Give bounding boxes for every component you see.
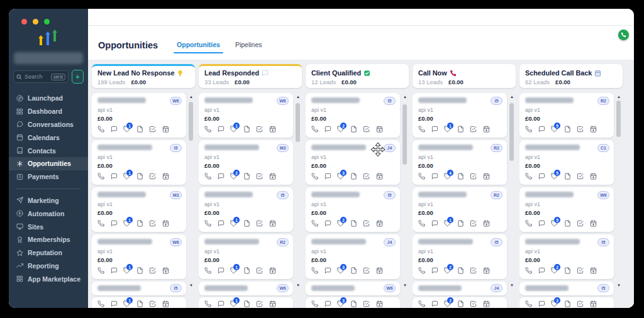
- tag-icon[interactable]: 2: [337, 220, 344, 227]
- file-icon[interactable]: [136, 300, 143, 307]
- sidebar-item-automation[interactable]: Automation: [9, 207, 88, 220]
- column-scrollbar[interactable]: [402, 104, 407, 165]
- calendar-icon[interactable]: [483, 126, 490, 133]
- calendar-icon[interactable]: [590, 300, 597, 307]
- file-icon[interactable]: [457, 173, 464, 180]
- phone-icon[interactable]: [525, 126, 532, 133]
- chat-icon[interactable]: [325, 267, 331, 274]
- sidebar-item-calendars[interactable]: Calendars: [9, 131, 88, 144]
- task-icon[interactable]: [363, 173, 370, 180]
- opportunity-card-partial[interactable]: I5: [519, 282, 614, 295]
- file-icon[interactable]: [243, 126, 250, 133]
- task-icon[interactable]: [470, 126, 477, 133]
- tag-icon[interactable]: 2: [551, 267, 558, 274]
- chat-icon[interactable]: [431, 267, 438, 274]
- phone-icon[interactable]: [97, 267, 104, 274]
- scroll-up-arrow[interactable]: ▲: [295, 94, 301, 99]
- calendar-icon[interactable]: [483, 267, 490, 274]
- calendar-icon[interactable]: [376, 300, 383, 307]
- phone-icon[interactable]: [311, 126, 318, 133]
- tag-icon[interactable]: 1: [230, 300, 237, 307]
- sidebar-item-memberships[interactable]: Memberships: [9, 233, 88, 246]
- phone-icon[interactable]: [525, 220, 532, 227]
- chat-icon[interactable]: [111, 173, 118, 180]
- scroll-down-arrow[interactable]: ▼: [295, 283, 301, 288]
- scroll-up-arrow[interactable]: ▲: [509, 94, 515, 99]
- chat-icon[interactable]: [538, 267, 545, 274]
- sidebar-item-reporting[interactable]: Reporting: [9, 260, 88, 273]
- file-icon[interactable]: [136, 267, 143, 274]
- phone-icon[interactable]: [418, 220, 425, 227]
- phone-icon[interactable]: [204, 126, 211, 133]
- opportunity-card[interactable]: I5api v1£0.001: [92, 140, 186, 185]
- sidebar-item-opportunities[interactable]: Opportunities: [9, 157, 88, 170]
- tag-icon[interactable]: 1: [123, 267, 130, 274]
- chat-icon[interactable]: [325, 220, 331, 227]
- opportunity-card[interactable]: I5api v1£0.001: [199, 187, 293, 232]
- task-icon[interactable]: [256, 220, 263, 227]
- tag-icon[interactable]: 1: [123, 126, 130, 133]
- minimize-window-button[interactable]: [33, 19, 38, 25]
- file-icon[interactable]: [136, 126, 143, 133]
- tag-icon[interactable]: 2: [444, 300, 451, 307]
- scroll-down-arrow[interactable]: ▼: [509, 283, 515, 288]
- sidebar-item-marketing[interactable]: Marketing: [9, 194, 88, 207]
- chat-icon[interactable]: [111, 220, 118, 227]
- task-icon[interactable]: [363, 300, 370, 307]
- file-icon[interactable]: [243, 220, 250, 227]
- tag-icon[interactable]: 2: [230, 173, 237, 180]
- opportunity-card[interactable]: W6api v1£0.001: [199, 93, 293, 138]
- opportunity-card[interactable]: I5api v1£0.002: [519, 234, 614, 279]
- column-scrollbar[interactable]: [296, 103, 300, 142]
- chat-icon[interactable]: [538, 300, 545, 307]
- chat-icon[interactable]: [538, 126, 545, 133]
- chat-icon[interactable]: [111, 126, 118, 133]
- scroll-up-arrow[interactable]: ▲: [616, 94, 622, 99]
- file-icon[interactable]: [136, 220, 143, 227]
- opportunity-card[interactable]: R2api v1£0.001: [199, 234, 293, 279]
- phone-icon[interactable]: [525, 267, 532, 274]
- column-header[interactable]: New Lead No Response199 Leads£0.00: [92, 64, 195, 88]
- calendar-icon[interactable]: [269, 220, 276, 227]
- chat-icon[interactable]: [218, 267, 225, 274]
- calendar-icon[interactable]: [483, 173, 490, 180]
- column-scrollbar[interactable]: [189, 102, 193, 141]
- task-icon[interactable]: [470, 300, 477, 307]
- phone-call-button[interactable]: [618, 30, 629, 40]
- phone-icon[interactable]: [97, 220, 104, 227]
- task-icon[interactable]: [577, 220, 584, 227]
- sidebar-item-conversations[interactable]: Conversations: [9, 118, 88, 131]
- calendar-icon[interactable]: [483, 300, 490, 307]
- chat-icon[interactable]: [325, 300, 331, 307]
- tag-icon[interactable]: 5: [551, 126, 558, 133]
- opportunity-card[interactable]: I5api v1£0.002: [306, 187, 400, 232]
- phone-icon[interactable]: [418, 126, 425, 133]
- calendar-icon[interactable]: [376, 220, 383, 227]
- tag-icon[interactable]: 2: [551, 300, 558, 307]
- tag-icon[interactable]: 5: [551, 220, 558, 227]
- task-icon[interactable]: [577, 300, 584, 307]
- tag-icon[interactable]: 1: [230, 126, 237, 133]
- calendar-icon[interactable]: [376, 173, 383, 180]
- opportunity-card[interactable]: M3api v1£0.002: [199, 140, 293, 185]
- opportunity-card-partial-icons[interactable]: 1: [199, 297, 293, 308]
- calendar-icon[interactable]: [162, 267, 169, 274]
- sidebar-item-launchpad[interactable]: Launchpad: [9, 92, 88, 105]
- calendar-icon[interactable]: [269, 267, 276, 274]
- file-icon[interactable]: [564, 220, 571, 227]
- scroll-up-arrow[interactable]: ▲: [188, 94, 194, 99]
- tab-opportunities[interactable]: Opportunities: [177, 41, 220, 53]
- opportunity-card[interactable]: R2api v1£0.004: [413, 140, 507, 185]
- tag-icon[interactable]: 1: [123, 173, 130, 180]
- calendar-icon[interactable]: [590, 220, 597, 227]
- chat-icon[interactable]: [538, 173, 545, 180]
- task-icon[interactable]: [149, 173, 156, 180]
- file-icon[interactable]: [243, 267, 250, 274]
- file-icon[interactable]: [136, 173, 143, 180]
- opportunity-card[interactable]: W6api v1£0.001: [92, 234, 186, 279]
- scroll-down-arrow[interactable]: ▼: [616, 283, 622, 288]
- opportunity-card[interactable]: C1api v1£0.005: [519, 140, 614, 185]
- task-icon[interactable]: [256, 173, 263, 180]
- task-icon[interactable]: [577, 267, 584, 274]
- chat-icon[interactable]: [431, 300, 438, 307]
